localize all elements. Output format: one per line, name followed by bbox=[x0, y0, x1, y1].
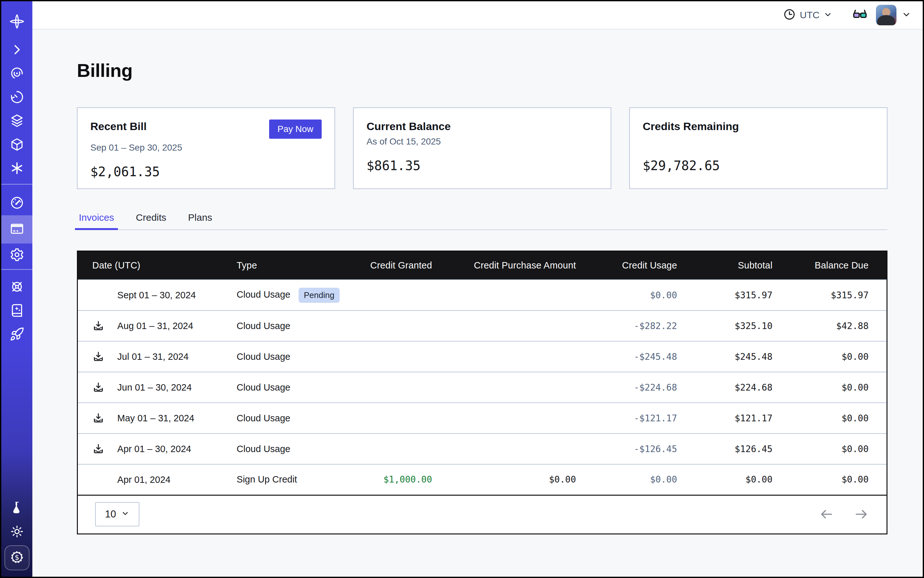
credit-purchase-amount-value bbox=[432, 310, 576, 341]
invoice-date: Apr 01, 2024 bbox=[117, 474, 171, 484]
balance-due-value: $315.97 bbox=[773, 280, 887, 310]
invoice-date: Jun 01 – 30, 2024 bbox=[117, 382, 192, 393]
sidebar-item-getting-started[interactable] bbox=[1, 323, 32, 347]
subtotal-value: $325.10 bbox=[677, 310, 773, 341]
sidebar-item-theme[interactable] bbox=[1, 520, 32, 544]
sidebar-item-expand[interactable] bbox=[1, 39, 32, 62]
subtotal-value: $121.17 bbox=[677, 403, 773, 434]
previous-page-button[interactable] bbox=[819, 507, 834, 521]
eye-target-icon bbox=[10, 66, 24, 82]
timezone-selector[interactable]: UTC bbox=[783, 8, 832, 22]
invoice-type: Cloud Usage bbox=[237, 289, 291, 300]
table-row: Jun 01 – 30, 2024 Cloud Usage -$224.68 $… bbox=[78, 372, 887, 403]
download-invoice-button[interactable] bbox=[92, 320, 104, 332]
subtotal-value: $224.68 bbox=[677, 372, 773, 403]
rocket-icon bbox=[10, 327, 24, 343]
layers-icon bbox=[10, 114, 24, 130]
invoices-table-container: Date (UTC) Type Credit Granted Credit Pu… bbox=[77, 250, 887, 534]
svg-text:$: $ bbox=[15, 553, 19, 561]
sidebar-item-logo[interactable] bbox=[1, 8, 32, 36]
tab-invoices[interactable]: Invoices bbox=[77, 212, 116, 229]
credit-usage-value: -$126.45 bbox=[576, 434, 677, 464]
sidebar-item-usage[interactable] bbox=[1, 192, 32, 215]
reader-mode-button[interactable] bbox=[852, 7, 867, 23]
credit-granted-value bbox=[369, 310, 432, 341]
invoice-date: Aug 01 – 31, 2024 bbox=[117, 321, 193, 331]
sidebar-item-layers[interactable] bbox=[1, 110, 32, 133]
table-pagination: 10 bbox=[78, 496, 887, 533]
credit-usage-value: $0.00 bbox=[576, 464, 677, 495]
sun-icon bbox=[10, 524, 24, 540]
credit-granted-value bbox=[369, 403, 432, 434]
card-title: Recent Bill bbox=[90, 120, 147, 133]
book-sparkle-icon bbox=[10, 303, 24, 319]
download-invoice-button[interactable] bbox=[92, 351, 104, 363]
status-badge: Pending bbox=[299, 288, 339, 303]
sidebar: $ bbox=[1, 1, 32, 577]
glasses-icon bbox=[852, 7, 867, 23]
invoice-type: Cloud Usage bbox=[237, 382, 291, 393]
sidebar-item-services[interactable] bbox=[1, 157, 32, 181]
download-invoice-button[interactable] bbox=[92, 412, 104, 424]
credit-purchase-amount-value bbox=[432, 341, 576, 372]
next-page-button[interactable] bbox=[854, 507, 869, 521]
flask-icon bbox=[10, 500, 24, 516]
invoice-date: May 01 – 31, 2024 bbox=[117, 413, 194, 423]
credit-granted-value bbox=[369, 280, 432, 310]
table-row: May 01 – 31, 2024 Cloud Usage -$121.17 $… bbox=[78, 403, 887, 434]
table-row: Apr 01, 2024 Sign Up Credit $1,000.00 $0… bbox=[78, 464, 887, 495]
table-row: Jul 01 – 31, 2024 Cloud Usage -$245.48 $… bbox=[78, 341, 887, 372]
helm-wheel-icon bbox=[10, 279, 24, 295]
asterisk-icon bbox=[10, 161, 24, 177]
credit-usage-value: -$224.68 bbox=[576, 372, 677, 403]
user-menu[interactable] bbox=[876, 5, 911, 25]
sidebar-item-monitor[interactable] bbox=[1, 62, 32, 86]
top-bar: UTC bbox=[32, 1, 923, 29]
page-size-select[interactable]: 10 bbox=[95, 502, 140, 526]
balance-due-value: $0.00 bbox=[773, 341, 887, 372]
recent-bill-amount: $2,061.35 bbox=[90, 164, 322, 179]
credits-remaining-card: Credits Remaining $29,782.65 bbox=[629, 107, 887, 189]
card-subtitle: Sep 01 – Sep 30, 2025 bbox=[90, 143, 322, 155]
credit-purchase-amount-value bbox=[432, 434, 576, 464]
invoices-table: Date (UTC) Type Credit Granted Credit Pu… bbox=[78, 252, 887, 496]
balance-due-value: $42.88 bbox=[773, 310, 887, 341]
credit-granted-value: $1,000.00 bbox=[369, 464, 432, 495]
table-row: Apr 01 – 30, 2024 Cloud Usage -$126.45 $… bbox=[78, 434, 887, 464]
gauge-icon bbox=[10, 195, 24, 211]
sidebar-item-history[interactable] bbox=[1, 86, 32, 110]
tab-plans[interactable]: Plans bbox=[186, 212, 214, 229]
credits-rewards-button[interactable]: $ bbox=[5, 546, 29, 570]
col-credit-purchase-amount: Credit Purchase Amount bbox=[432, 252, 576, 280]
avatar bbox=[876, 5, 896, 25]
pay-now-button[interactable]: Pay Now bbox=[269, 120, 322, 139]
subtotal-value: $315.97 bbox=[677, 280, 773, 310]
timezone-label: UTC bbox=[800, 10, 820, 21]
balance-due-value: $0.00 bbox=[773, 464, 887, 495]
sidebar-divider bbox=[1, 184, 32, 185]
timer-icon bbox=[10, 90, 24, 106]
cube-icon bbox=[10, 137, 24, 153]
download-invoice-button[interactable] bbox=[92, 381, 104, 393]
card-title: Current Balance bbox=[367, 120, 451, 133]
sidebar-item-settings[interactable] bbox=[1, 244, 32, 267]
credit-granted-value bbox=[369, 341, 432, 372]
balance-due-value: $0.00 bbox=[773, 434, 887, 464]
balance-due-value: $0.00 bbox=[773, 372, 887, 403]
invoice-type: Cloud Usage bbox=[237, 321, 291, 331]
sidebar-item-packages[interactable] bbox=[1, 133, 32, 157]
current-balance-card: Current Balance As of Oct 15, 2025 $861.… bbox=[353, 107, 611, 189]
dollar-badge-icon: $ bbox=[10, 550, 24, 566]
page-title: Billing bbox=[77, 60, 887, 81]
sidebar-item-labs[interactable] bbox=[1, 497, 32, 520]
credit-granted-value bbox=[369, 372, 432, 403]
download-invoice-button[interactable] bbox=[92, 443, 104, 455]
tab-credits[interactable]: Credits bbox=[134, 212, 168, 229]
current-balance-amount: $861.35 bbox=[367, 158, 598, 173]
table-row: Sept 01 – 30, 2024 Cloud Usage Pending $… bbox=[78, 280, 887, 310]
card-subtitle bbox=[643, 136, 874, 149]
sidebar-item-billing[interactable] bbox=[1, 215, 32, 244]
summary-cards: Recent Bill Pay Now Sep 01 – Sep 30, 202… bbox=[77, 107, 887, 189]
sidebar-item-support[interactable] bbox=[1, 276, 32, 299]
sidebar-item-docs[interactable] bbox=[1, 299, 32, 323]
